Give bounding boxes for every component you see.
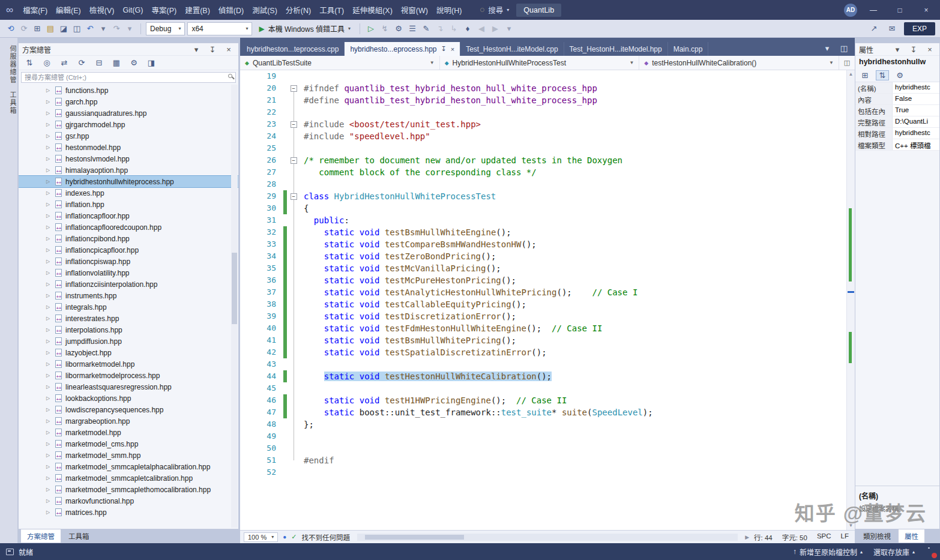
fold-toggle-icon[interactable]: − xyxy=(291,193,297,200)
close-icon[interactable]: × xyxy=(451,46,454,53)
search-dropdown-icon[interactable]: ▾ xyxy=(507,7,509,13)
tree-item[interactable]: ▷libormarketmodelprocess.hpp xyxy=(19,370,238,381)
expander-icon[interactable]: ▷ xyxy=(46,224,54,230)
next-bookmark-icon[interactable]: ▶ xyxy=(489,24,501,33)
indent-indicator[interactable]: SPC xyxy=(817,532,831,542)
code-line[interactable]: 33 static void testCompareBsmHWandHeston… xyxy=(240,238,855,250)
expander-icon[interactable]: ▷ xyxy=(46,384,54,390)
tree-item[interactable]: ▷integrals.hpp xyxy=(19,301,238,313)
tree-item[interactable]: ▷marketmodel_smmcapletcalibration.hpp xyxy=(19,472,238,484)
code-line[interactable]: 41 static void testBsmHullWhitePricing()… xyxy=(240,334,855,346)
tree-item[interactable]: ▷inflation.hpp xyxy=(19,199,238,210)
line-number[interactable]: 29 xyxy=(240,190,283,202)
expander-icon[interactable]: ▷ xyxy=(46,110,54,116)
fold-toggle-icon[interactable]: − xyxy=(291,157,297,164)
zoom-select[interactable]: 100 %▾ xyxy=(244,532,278,542)
user-avatar[interactable]: AD xyxy=(844,4,857,17)
expander-icon[interactable]: ▷ xyxy=(46,236,54,241)
expander-icon[interactable]: ▷ xyxy=(46,293,54,298)
line-number[interactable]: 45 xyxy=(240,382,283,394)
expander-icon[interactable]: ▷ xyxy=(46,167,54,173)
select-repository-button[interactable]: 選取存放庫 ▴ xyxy=(873,547,915,557)
code-line[interactable]: 19 xyxy=(240,70,855,82)
menu-item-11[interactable]: 視窗(W) xyxy=(397,0,432,20)
expander-icon[interactable]: ▷ xyxy=(46,213,54,218)
line-number[interactable]: 52 xyxy=(240,466,283,478)
expander-icon[interactable]: ▷ xyxy=(46,133,54,139)
code-line[interactable]: 43 xyxy=(240,358,855,370)
minimize-button[interactable]: — xyxy=(863,0,884,20)
tree-item[interactable]: ▷lowdiscrepancysequences.hpp xyxy=(19,404,238,415)
line-number[interactable]: 41 xyxy=(240,334,283,346)
line-number[interactable]: 28 xyxy=(240,178,283,190)
tree-item[interactable]: ▷garch.hpp xyxy=(19,96,238,107)
tree-item[interactable]: ▷hestonmodel.hpp xyxy=(19,142,238,153)
document-health-icon[interactable]: ● xyxy=(283,534,286,540)
word-wrap-icon[interactable]: ✎ xyxy=(420,24,432,33)
maximize-button[interactable]: □ xyxy=(890,0,910,20)
tool-tab-0[interactable]: 類別檢視 xyxy=(857,529,897,543)
code-line[interactable]: 42 static void testSpatialDiscretizatinE… xyxy=(240,346,855,358)
tree-item[interactable]: ▷matrices.hpp xyxy=(19,507,238,518)
redo-dropdown-icon[interactable]: ▾ xyxy=(124,24,136,33)
line-number[interactable]: 36 xyxy=(240,274,283,286)
expander-icon[interactable]: ▷ xyxy=(46,156,54,161)
quick-search[interactable]: 搜尋 ▾ xyxy=(480,4,509,16)
menu-item-9[interactable]: 工具(T) xyxy=(315,0,348,20)
code-line[interactable]: 29−class HybridHestonHullWhiteProcessTes… xyxy=(240,190,855,202)
code-line[interactable]: 31 public: xyxy=(240,214,855,226)
expander-icon[interactable]: ▷ xyxy=(46,441,54,447)
code-line[interactable]: 48}; xyxy=(240,418,855,430)
document-tab[interactable]: Main.cpp xyxy=(668,42,709,56)
run-without-debug-icon[interactable]: ▷ xyxy=(365,24,377,33)
horizontal-scrollbar[interactable] xyxy=(357,534,738,541)
notifications-bell-icon[interactable] xyxy=(926,547,934,556)
code-line[interactable]: 38 static void testCallableEquityPricing… xyxy=(240,298,855,310)
menu-item-6[interactable]: 偵錯(D) xyxy=(214,0,248,20)
tree-item[interactable]: ▷gsr.hpp xyxy=(19,130,238,142)
menu-item-2[interactable]: 檢視(V) xyxy=(85,0,119,20)
undo-icon[interactable]: ↶ xyxy=(84,24,96,33)
expander-icon[interactable]: ▷ xyxy=(46,327,54,333)
window-menu-icon[interactable]: ▾ xyxy=(190,45,202,54)
expander-icon[interactable]: ▷ xyxy=(46,99,54,104)
code-line[interactable]: 23−#include <boost/test/unit_test.hpp> xyxy=(240,118,855,130)
code-line[interactable]: 47 static boost::unit_test_framework::te… xyxy=(240,406,855,418)
nest-files-icon[interactable]: ⊟ xyxy=(93,58,105,67)
code-line[interactable]: 22 xyxy=(240,106,855,118)
tree-item[interactable]: ▷inflationcapfloor.hpp xyxy=(19,210,238,221)
code-line[interactable]: 50 xyxy=(240,442,855,454)
code-line[interactable]: 45 xyxy=(240,382,855,394)
add-to-source-control-button[interactable]: ↑ 新增至原始檔控制 ▴ xyxy=(793,547,863,557)
properties-icon[interactable]: ⚙ xyxy=(128,58,140,67)
align-icon[interactable]: ☰ xyxy=(406,24,418,33)
preview-code-icon[interactable]: ◨ xyxy=(145,58,157,67)
tree-item[interactable]: ▷lookbackoptions.hpp xyxy=(19,393,238,404)
menu-item-5[interactable]: 建置(B) xyxy=(181,0,214,20)
tree-item[interactable]: ▷margrabeoption.hpp xyxy=(19,415,238,427)
expander-icon[interactable]: ▷ xyxy=(46,407,54,412)
pin-icon[interactable]: ↧ xyxy=(206,45,218,54)
bookmark-icon[interactable]: ♦ xyxy=(462,24,474,33)
menu-item-3[interactable]: Git(G) xyxy=(118,1,147,19)
tree-item[interactable]: ▷marketmodel_smmcapletalphacalibration.h… xyxy=(19,461,238,472)
pin-icon[interactable]: ↧ xyxy=(441,45,447,53)
navigate-forward-icon[interactable]: ⟳ xyxy=(18,24,30,33)
expander-icon[interactable]: ▷ xyxy=(46,498,54,504)
tool-tab-1[interactable]: 工具箱 xyxy=(62,529,95,543)
show-all-files-icon[interactable]: ▦ xyxy=(110,58,122,67)
menu-item-0[interactable]: 檔案(F) xyxy=(19,0,52,20)
redo-icon[interactable]: ↷ xyxy=(110,24,122,33)
eol-indicator[interactable]: LF xyxy=(841,532,849,542)
navigate-backward-icon[interactable]: ⟲ xyxy=(5,24,17,33)
expander-icon[interactable]: ▷ xyxy=(46,316,54,321)
code-line[interactable]: 37 static void testAnalyticHestonHullWhi… xyxy=(240,286,855,298)
split-window-icon[interactable]: ◫ xyxy=(839,59,855,67)
window-menu-icon[interactable]: ▾ xyxy=(891,45,903,54)
fold-toggle-icon[interactable]: − xyxy=(291,85,297,92)
problems-label[interactable]: 找不到任何問題 xyxy=(301,532,350,542)
code-editor[interactable]: 1920−#ifndef quantlib_test_hybrid_heston… xyxy=(240,70,855,530)
tree-item[interactable]: ▷inflationcapflooredcoupon.hpp xyxy=(19,221,238,233)
line-number[interactable]: 42 xyxy=(240,346,283,358)
tree-item[interactable]: ▷interpolations.hpp xyxy=(19,324,238,336)
